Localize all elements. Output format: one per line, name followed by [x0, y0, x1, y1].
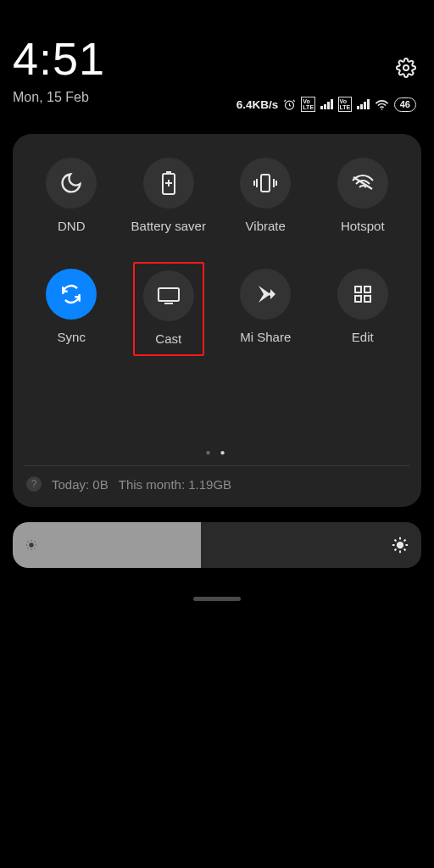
svg-point-0	[403, 65, 409, 70]
tile-cast[interactable]: Cast	[124, 262, 214, 356]
svg-rect-4	[261, 175, 270, 192]
tile-edit[interactable]: Edit	[318, 262, 408, 356]
net-speed: 6.4KB/s	[236, 98, 279, 111]
tile-vibrate[interactable]: Vibrate	[220, 151, 310, 242]
mi-share-icon	[253, 282, 277, 306]
volte-badge-2: VoLTE	[338, 97, 353, 112]
tile-sync[interactable]: Sync	[26, 262, 116, 356]
data-today: Today: 0B	[52, 477, 108, 492]
tile-label: Mi Share	[240, 330, 291, 344]
gear-icon	[396, 58, 416, 78]
tile-hotspot[interactable]: Hotspot	[318, 151, 408, 242]
tile-dnd[interactable]: DND	[26, 151, 116, 242]
tile-mi-share[interactable]: Mi Share	[220, 262, 310, 356]
grid-edit-icon	[353, 284, 373, 304]
brightness-fill	[13, 522, 201, 568]
page-indicator: ● ●	[23, 448, 411, 457]
wifi-icon	[375, 99, 389, 110]
svg-rect-8	[355, 296, 361, 302]
tile-label: Hotspot	[341, 219, 385, 233]
svg-point-10	[29, 542, 33, 547]
tile-label: DND	[58, 219, 86, 233]
brightness-slider[interactable]	[13, 522, 421, 568]
brightness-low-icon	[25, 538, 38, 552]
svg-rect-7	[364, 287, 370, 292]
vibrate-icon	[252, 172, 279, 194]
drag-handle[interactable]	[193, 597, 241, 601]
tile-battery-saver[interactable]: Battery saver	[124, 151, 214, 242]
status-bar: 6.4KB/s VoLTE VoLTE 46	[236, 97, 416, 112]
signal-bars-1	[320, 99, 333, 109]
svg-point-2	[381, 108, 382, 109]
alarm-icon	[283, 98, 296, 111]
tile-label: Sync	[58, 330, 86, 344]
moon-icon	[59, 171, 83, 195]
data-month: This month: 1.19GB	[119, 477, 231, 492]
svg-rect-5	[159, 288, 179, 301]
quick-settings-panel: DND Battery saver Vibrate	[13, 134, 421, 507]
svg-rect-6	[355, 287, 361, 292]
tile-label: Battery saver	[131, 219, 206, 233]
svg-rect-9	[364, 296, 370, 302]
tiles-grid: DND Battery saver Vibrate	[23, 151, 411, 356]
settings-button[interactable]	[396, 58, 416, 78]
signal-bars-2	[357, 99, 370, 109]
brightness-high-icon	[391, 536, 409, 554]
help-icon: ?	[26, 476, 42, 492]
data-usage-row[interactable]: ? Today: 0B This month: 1.19GB	[23, 476, 411, 495]
battery-badge: 46	[394, 97, 416, 112]
hotspot-icon	[350, 173, 376, 193]
tile-label: Vibrate	[246, 219, 286, 233]
panel-divider	[25, 465, 409, 466]
volte-badge-1: VoLTE	[301, 97, 315, 112]
tile-label: Edit	[352, 330, 374, 344]
clock-time: 4:51	[13, 36, 421, 81]
sync-icon	[60, 283, 82, 305]
tile-label: Cast	[155, 331, 181, 346]
svg-point-11	[397, 542, 403, 548]
screen-cast-icon	[156, 286, 181, 306]
header: 4:51 Mon, 15 Feb 6.4KB/s VoLTE VoLTE 46	[13, 0, 421, 105]
battery-plus-icon	[159, 170, 178, 196]
